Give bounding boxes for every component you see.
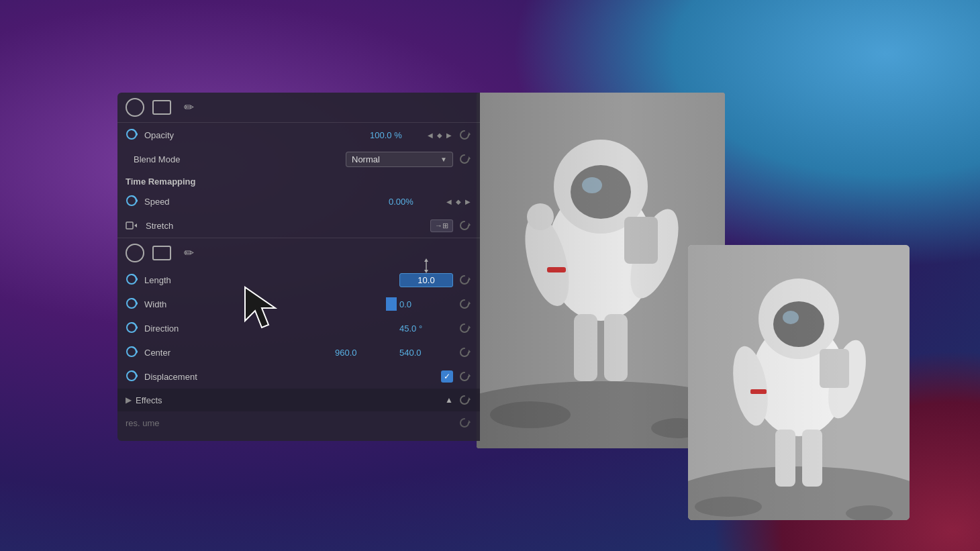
speed-controls: ◀ ◆ ▶ — [445, 197, 472, 207]
properties-panel: ✏ Opacity 100.0 % ◀ ◆ ▶ Blend Mode — [117, 93, 480, 441]
stretch-keyframe-btn[interactable]: →⊞ — [430, 219, 453, 232]
svg-marker-54 — [469, 350, 471, 354]
effects-collapse-btn[interactable]: ▲ — [445, 395, 453, 405]
blend-mode-row: Blend Mode Normal ▼ — [117, 147, 480, 171]
length-input-container — [399, 273, 453, 287]
opacity-label: Opacity — [144, 130, 370, 140]
direction-reset-btn[interactable] — [457, 321, 472, 336]
direction-label: Direction — [144, 323, 399, 334]
center-y-value[interactable]: 540.0 — [399, 348, 453, 358]
width-cycle-icon — [126, 297, 139, 311]
blend-mode-value: Normal — [352, 154, 380, 164]
svg-marker-43 — [424, 258, 428, 262]
svg-marker-58 — [469, 397, 471, 401]
stretch-keyframe-icon: →⊞ — [435, 221, 448, 230]
opacity-left-arrow[interactable]: ◀ — [426, 130, 434, 140]
svg-marker-48 — [469, 301, 471, 305]
svg-marker-51 — [469, 325, 471, 330]
stretch-reset-btn[interactable] — [457, 218, 472, 233]
toolbar-row-1: ✏ — [117, 93, 480, 122]
displacement-checkbox[interactable]: ✓ — [441, 370, 453, 383]
displacement-cycle-icon — [126, 370, 139, 383]
svg-marker-59 — [469, 420, 471, 424]
svg-marker-44 — [424, 270, 428, 273]
center-x-value[interactable]: 960.0 — [335, 348, 389, 358]
center-reset-btn[interactable] — [457, 345, 472, 360]
opacity-cycle-icon — [126, 128, 139, 142]
direction-value[interactable]: 45.0 ° — [399, 323, 453, 334]
blend-mode-dropdown[interactable]: Normal ▼ — [346, 152, 453, 167]
length-label: Length — [144, 275, 399, 285]
svg-marker-53 — [136, 350, 138, 354]
width-value-container: 0.0 — [386, 297, 453, 311]
speed-value[interactable]: 0.00% — [389, 197, 442, 207]
displacement-reset-btn[interactable] — [457, 369, 472, 384]
svg-marker-34 — [469, 156, 471, 160]
small-astronaut-image — [688, 245, 910, 520]
svg-rect-30 — [688, 245, 910, 520]
width-label: Width — [144, 299, 386, 309]
effects-label-text: Effects — [136, 395, 162, 405]
effects-label: Effects — [136, 395, 445, 405]
speed-cycle-icon — [126, 195, 139, 208]
length-cycle-icon — [126, 273, 139, 287]
rect-tool-icon[interactable] — [152, 100, 171, 115]
bottom-partial-row: res. ume — [117, 411, 480, 434]
length-reset-btn[interactable] — [457, 272, 472, 287]
stretch-label: Stretch — [146, 221, 288, 231]
effects-row: ▶ Effects ▲ — [117, 389, 480, 411]
effects-reset-btn[interactable] — [457, 393, 472, 407]
blend-mode-chevron: ▼ — [440, 156, 447, 163]
speed-keyframe[interactable]: ◆ — [456, 198, 461, 205]
width-row: Width 0.0 — [117, 292, 480, 316]
opacity-keyframe[interactable]: ◆ — [437, 132, 442, 139]
bottom-partial-reset-btn[interactable] — [457, 415, 472, 430]
width-blue-selector — [386, 297, 397, 311]
svg-marker-50 — [136, 325, 138, 330]
direction-row: Direction 45.0 ° — [117, 316, 480, 340]
svg-marker-32 — [136, 132, 138, 136]
opacity-controls: ◀ ◆ ▶ — [426, 130, 453, 140]
blend-mode-reset-btn[interactable] — [457, 152, 472, 166]
pen-tool-2-icon[interactable]: ✏ — [179, 244, 198, 262]
svg-marker-36 — [136, 199, 138, 203]
center-values: 960.0 540.0 — [335, 348, 453, 358]
opacity-value[interactable]: 100.0 % — [370, 130, 424, 140]
center-cycle-icon — [126, 346, 139, 359]
svg-marker-38 — [134, 223, 137, 228]
bottom-partial-text: res. ume — [126, 418, 160, 428]
length-row: Length — [117, 268, 480, 292]
width-value[interactable]: 0.0 — [399, 299, 453, 309]
speed-label: Speed — [144, 197, 389, 207]
center-label: Center — [144, 348, 335, 358]
rect-tool-2-icon[interactable] — [152, 246, 171, 260]
circle-tool-2-icon[interactable] — [126, 244, 144, 262]
svg-rect-37 — [126, 222, 133, 229]
time-remapping-header: Time Remapping — [117, 171, 480, 189]
stretch-icon — [126, 219, 140, 232]
blend-mode-label: Blend Mode — [134, 154, 346, 164]
svg-marker-33 — [469, 132, 471, 136]
displacement-label: Displacement — [144, 372, 441, 382]
svg-marker-45 — [469, 277, 471, 281]
direction-cycle-icon — [126, 321, 139, 335]
svg-marker-41 — [136, 277, 138, 281]
opacity-right-arrow[interactable]: ▶ — [445, 130, 453, 140]
speed-right-arrow[interactable]: ▶ — [464, 197, 472, 207]
length-drag-cursor — [418, 258, 434, 273]
circle-tool-icon[interactable] — [126, 98, 144, 117]
speed-left-arrow[interactable]: ◀ — [445, 197, 453, 207]
stretch-row: Stretch →⊞ — [117, 213, 480, 238]
length-input[interactable] — [399, 273, 453, 287]
displacement-row: Displacement ✓ — [117, 364, 480, 389]
pen-tool-icon[interactable]: ✏ — [179, 98, 198, 117]
center-row: Center 960.0 540.0 — [117, 340, 480, 364]
opacity-row: Opacity 100.0 % ◀ ◆ ▶ — [117, 123, 480, 147]
svg-marker-56 — [136, 374, 138, 378]
svg-marker-39 — [469, 223, 471, 227]
width-reset-btn[interactable] — [457, 297, 472, 311]
effects-expand-icon[interactable]: ▶ — [126, 395, 132, 405]
opacity-reset-btn[interactable] — [457, 128, 472, 142]
svg-marker-47 — [136, 301, 138, 305]
svg-marker-57 — [469, 374, 471, 378]
